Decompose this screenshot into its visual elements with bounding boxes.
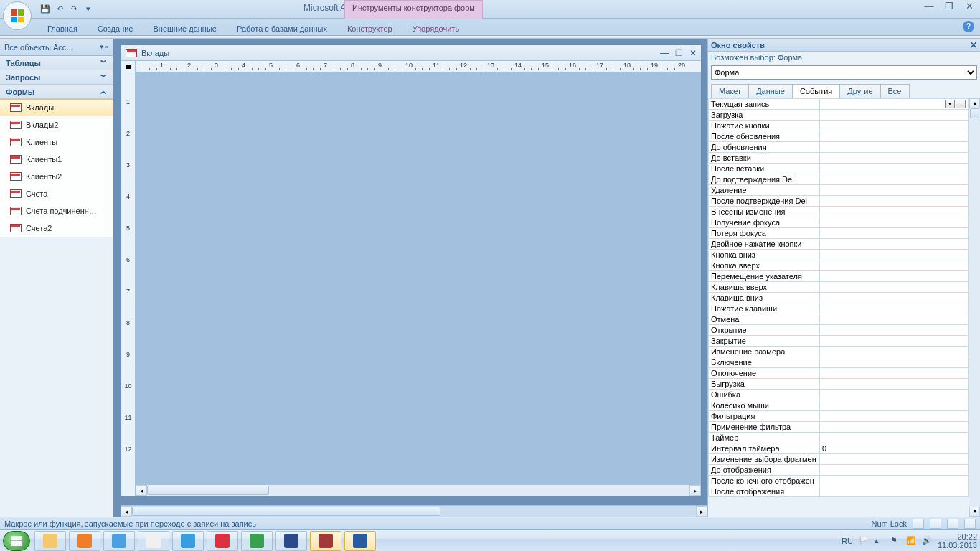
ribbon-tab[interactable]: Создание [88,22,143,35]
property-name[interactable]: Изменение размера [709,347,820,357]
scroll-left-icon[interactable]: ◂ [136,485,147,496]
property-value[interactable] [820,347,969,357]
property-tab[interactable]: События [792,84,840,98]
property-name[interactable]: Нажатие клавиши [709,303,820,314]
property-value[interactable] [820,217,969,228]
minimize-button[interactable]: — [921,1,937,13]
tray-clock[interactable]: 20:22 11.03.2013 [938,532,977,550]
property-name[interactable]: После конечного отображен [709,476,820,486]
property-value[interactable] [820,293,969,303]
property-name[interactable]: Выгрузка [709,379,820,390]
form-close-button[interactable]: ✕ [689,48,697,58]
tray-flag-icon[interactable]: 🏳️ [859,536,869,546]
nav-section-header[interactable]: Формы︽ [0,85,113,99]
mdi-hscrollbar[interactable]: ◂ ▸ [121,505,707,517]
taskbar-app-access[interactable] [310,531,341,551]
taskbar-app-chrome[interactable] [138,531,169,551]
nav-section-header[interactable]: Таблицы︾ [0,56,113,70]
restore-button[interactable]: ❐ [941,1,957,13]
ribbon-context-tab[interactable]: Конструктор [337,22,402,35]
nav-item[interactable]: Счета2 [0,220,113,237]
property-name[interactable]: Колесико мыши [709,400,820,411]
property-name[interactable]: До отображения [709,465,820,476]
property-name[interactable]: Клавиша вверх [709,282,820,293]
taskbar-app-explorer[interactable] [34,531,66,551]
form-canvas[interactable] [136,72,701,484]
ribbon-tab[interactable]: Главная [37,22,88,35]
nav-section-header[interactable]: Запросы︾ [0,70,113,85]
property-value[interactable] [820,174,969,185]
scroll-thumb[interactable] [147,486,269,495]
close-button[interactable]: ✕ [961,1,977,13]
property-name[interactable]: Перемещение указателя [709,271,820,282]
property-sheet-close-icon[interactable]: ✕ [970,40,977,50]
property-value[interactable] [820,164,969,174]
ribbon-tab[interactable]: Внешние данные [143,22,227,35]
start-button[interactable] [3,531,30,551]
view-design-icon[interactable] [913,519,924,529]
taskbar-app-wmp[interactable] [69,531,100,551]
nav-item[interactable]: Счета [0,185,113,202]
property-value[interactable] [820,271,969,282]
property-name[interactable]: После обновления [709,131,820,142]
property-value[interactable] [820,303,969,314]
vscroll-up-icon[interactable]: ▴ [969,98,980,108]
property-value[interactable] [820,465,969,476]
property-vscrollbar[interactable]: ▴ ▾ [969,98,980,517]
nav-collapse-icon[interactable]: « [105,44,108,50]
property-value[interactable] [820,228,969,239]
view-form-icon[interactable] [930,519,941,529]
horizontal-ruler[interactable]: 1234567891011121314151617181920 [136,61,701,72]
office-button[interactable] [3,1,32,30]
property-value[interactable] [820,110,969,121]
property-name[interactable]: Текущая запись [709,99,820,110]
ribbon-tab[interactable]: Работа с базами данных [227,22,337,35]
qat-dropdown-icon[interactable]: ▾ [82,3,95,16]
property-value[interactable] [820,314,969,325]
redo-icon[interactable]: ↷ [67,3,80,16]
view-layout-icon[interactable] [947,519,958,529]
tray-volume-icon[interactable]: 🔊 [922,536,932,546]
property-value[interactable] [820,357,969,368]
property-value[interactable] [820,476,969,486]
property-name[interactable]: После подтверждения Del [709,196,820,207]
property-value[interactable] [820,422,969,433]
taskbar-app-opera[interactable] [207,531,238,551]
nav-dropdown-icon[interactable]: ▼ [99,44,105,50]
property-value[interactable] [820,153,969,164]
property-name[interactable]: Потеря фокуса [709,228,820,239]
view-datasheet-icon[interactable] [964,519,976,529]
help-icon[interactable]: ? [963,21,974,32]
tray-network-icon[interactable]: 📶 [906,536,916,546]
property-value[interactable] [820,390,969,400]
property-name[interactable]: Интервал таймера [709,443,820,454]
nav-item[interactable]: Клиенты2 [0,168,113,185]
property-value[interactable] [820,250,969,260]
property-value[interactable] [820,433,969,443]
property-value[interactable] [820,336,969,347]
property-name[interactable]: Изменение выбора фрагмен [709,454,820,465]
property-name[interactable]: Отключение [709,368,820,379]
nav-header[interactable]: Все объекты Acc… ▼« [0,39,113,56]
property-name[interactable]: Двойное нажатие кнопки [709,239,820,250]
property-name[interactable]: Отмена [709,314,820,325]
property-name[interactable]: До вставки [709,153,820,164]
nav-item[interactable]: Клиенты [0,133,113,151]
property-value[interactable] [820,379,969,390]
property-value[interactable] [820,486,969,497]
property-value[interactable] [820,207,969,217]
property-value[interactable] [820,131,969,142]
property-name[interactable]: Клавиша вниз [709,293,820,303]
property-value[interactable] [820,454,969,465]
taskbar-app-vbox[interactable] [275,531,307,551]
scroll-right-icon[interactable]: ▸ [689,485,701,496]
nav-item[interactable]: Вклады [0,99,113,116]
taskbar-app-mail[interactable] [241,531,273,551]
property-name[interactable]: Загрузка [709,110,820,121]
property-value[interactable] [820,185,969,196]
property-value[interactable] [820,260,969,271]
tray-lang[interactable]: RU [842,537,853,545]
property-value[interactable] [820,325,969,336]
taskbar-app-ie[interactable] [172,531,204,551]
property-name[interactable]: До подтверждения Del [709,174,820,185]
